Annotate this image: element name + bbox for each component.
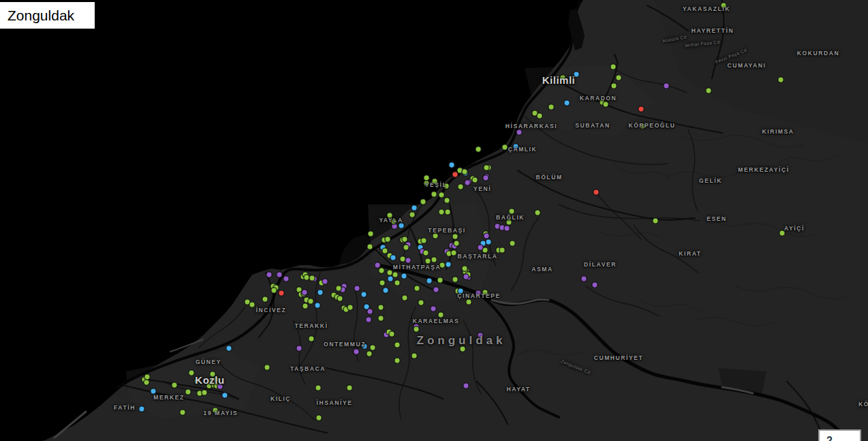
map-point[interactable]: [392, 272, 398, 277]
map-point[interactable]: [427, 278, 432, 284]
map-point[interactable]: [616, 75, 621, 80]
map-point[interactable]: [202, 390, 207, 395]
map-point[interactable]: [361, 292, 367, 297]
map-point[interactable]: [315, 303, 320, 308]
map-point[interactable]: [478, 333, 483, 338]
map-point[interactable]: [366, 317, 371, 322]
map-point[interactable]: [370, 345, 375, 350]
map-point[interactable]: [581, 276, 587, 282]
map-point[interactable]: [347, 305, 353, 310]
map-point[interactable]: [431, 257, 437, 262]
map-point[interactable]: [439, 209, 444, 215]
map-point[interactable]: [706, 88, 711, 93]
map-point[interactable]: [452, 277, 458, 282]
map-point[interactable]: [483, 175, 489, 181]
map-point[interactable]: [387, 270, 392, 275]
map-point[interactable]: [412, 205, 417, 211]
map-point[interactable]: [444, 183, 449, 189]
map-point[interactable]: [509, 209, 514, 214]
map-point[interactable]: [438, 312, 444, 318]
map-point[interactable]: [279, 290, 284, 296]
map-point[interactable]: [213, 377, 219, 382]
map-point[interactable]: [189, 370, 194, 376]
map-point[interactable]: [499, 247, 505, 253]
map-point[interactable]: [210, 371, 215, 377]
map-point[interactable]: [444, 198, 450, 203]
map-point[interactable]: [476, 147, 481, 152]
map-point[interactable]: [414, 286, 420, 291]
map-point[interactable]: [354, 349, 359, 354]
map-point[interactable]: [382, 248, 388, 254]
map-point[interactable]: [144, 374, 150, 380]
map-point[interactable]: [388, 276, 393, 282]
map-point[interactable]: [460, 346, 465, 352]
map-point[interactable]: [283, 276, 289, 282]
map-point[interactable]: [516, 130, 522, 135]
map-point[interactable]: [462, 169, 467, 174]
map-point[interactable]: [424, 175, 429, 181]
map-point[interactable]: [315, 385, 321, 391]
map-point[interactable]: [322, 279, 328, 284]
map-point[interactable]: [560, 75, 565, 80]
map-point[interactable]: [472, 177, 478, 183]
zoom-level-control[interactable]: 2: [818, 429, 861, 441]
map-point[interactable]: [317, 290, 323, 295]
map-point[interactable]: [401, 273, 407, 279]
map-point[interactable]: [266, 272, 272, 277]
map-point[interactable]: [271, 288, 277, 293]
map-point[interactable]: [548, 104, 554, 110]
map-point[interactable]: [476, 290, 481, 296]
map-point[interactable]: [425, 258, 431, 264]
map-point[interactable]: [431, 192, 437, 197]
map-point[interactable]: [513, 144, 518, 149]
map-point[interactable]: [337, 296, 343, 301]
map-point[interactable]: [394, 280, 400, 286]
map-point[interactable]: [535, 210, 540, 215]
map-point[interactable]: [394, 342, 400, 348]
map-point[interactable]: [449, 162, 454, 168]
map-point[interactable]: [439, 192, 444, 198]
map-point[interactable]: [389, 331, 394, 337]
map-point[interactable]: [437, 277, 443, 283]
map-viewport[interactable]: KilimliKozluZonguldakYAKASAZLIKHAYRETTİN…: [0, 0, 868, 441]
map-point[interactable]: [296, 346, 302, 351]
map-point[interactable]: [316, 415, 322, 421]
map-point[interactable]: [394, 358, 400, 363]
map-point[interactable]: [451, 250, 456, 256]
map-point[interactable]: [454, 241, 459, 246]
map-point[interactable]: [217, 384, 223, 389]
map-point[interactable]: [537, 113, 542, 119]
map-point[interactable]: [423, 250, 429, 256]
map-point[interactable]: [433, 233, 438, 239]
map-point[interactable]: [463, 383, 469, 389]
map-point[interactable]: [640, 123, 645, 129]
map-point[interactable]: [367, 351, 372, 356]
map-point[interactable]: [403, 245, 409, 250]
map-point[interactable]: [387, 213, 392, 218]
map-point[interactable]: [399, 223, 404, 228]
map-point[interactable]: [213, 408, 218, 413]
map-point[interactable]: [385, 237, 390, 242]
map-point[interactable]: [610, 64, 616, 70]
map-point[interactable]: [465, 180, 470, 185]
map-point[interactable]: [309, 336, 314, 341]
map-point[interactable]: [478, 245, 483, 250]
map-point[interactable]: [277, 272, 282, 277]
map-point[interactable]: [482, 290, 488, 295]
map-point[interactable]: [354, 286, 360, 291]
map-point[interactable]: [303, 303, 308, 309]
map-point[interactable]: [391, 219, 397, 224]
map-point[interactable]: [309, 275, 315, 281]
map-point[interactable]: [222, 393, 228, 398]
map-point[interactable]: [402, 237, 407, 242]
map-point[interactable]: [302, 290, 307, 295]
map-point[interactable]: [504, 226, 510, 231]
map-point[interactable]: [418, 300, 424, 305]
map-point[interactable]: [506, 219, 512, 225]
map-point[interactable]: [458, 288, 463, 294]
map-point[interactable]: [249, 302, 255, 307]
map-point[interactable]: [378, 316, 384, 321]
map-point[interactable]: [446, 262, 451, 267]
map-point[interactable]: [484, 233, 489, 239]
map-point[interactable]: [592, 282, 598, 288]
